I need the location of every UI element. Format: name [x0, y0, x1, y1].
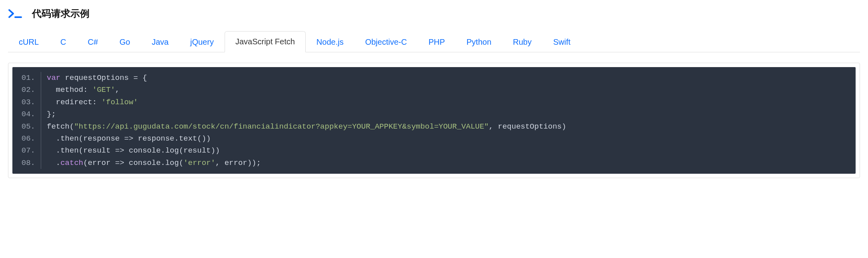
line-content: .then(response => response.text()): [47, 133, 211, 145]
code-line: 04.};: [12, 108, 856, 120]
code-line: 06. .then(response => response.text()): [12, 133, 856, 145]
tab-node-js[interactable]: Node.js: [306, 32, 354, 52]
tab-java[interactable]: Java: [141, 32, 179, 52]
code-token: "https://api.gugudata.com/stock/cn/finan…: [74, 122, 489, 131]
tab-javascript-fetch[interactable]: JavaScript Fetch: [225, 31, 306, 52]
tab-ruby[interactable]: Ruby: [502, 32, 543, 52]
code-token: 'GET': [92, 85, 115, 94]
code-block: 01.var requestOptions = {02. method: 'GE…: [12, 67, 856, 174]
line-number: 03.: [12, 96, 41, 108]
code-token: ,: [115, 85, 119, 94]
line-content: .then(result => console.log(result)): [47, 145, 220, 157]
section-header: 代码请求示例: [8, 7, 860, 20]
code-token: .then(result => console.log(result)): [47, 146, 220, 155]
line-number: 04.: [12, 108, 41, 120]
code-token: var: [47, 73, 60, 82]
code-panel: 01.var requestOptions = {02. method: 'GE…: [8, 63, 860, 178]
line-content: fetch("https://api.gugudata.com/stock/cn…: [47, 121, 566, 133]
line-number: 02.: [12, 84, 41, 96]
tab-jquery[interactable]: jQuery: [179, 32, 225, 52]
code-token: , error));: [215, 159, 261, 167]
tab-php[interactable]: PHP: [418, 32, 456, 52]
code-token: .then(response => response.text()): [47, 134, 211, 143]
line-number: 08.: [12, 157, 41, 169]
language-tabs: cURLCC#GoJavajQueryJavaScript FetchNode.…: [8, 31, 860, 52]
line-content: .catch(error => console.log('error', err…: [47, 157, 261, 169]
code-token: 'error': [183, 159, 215, 167]
line-content: };: [47, 108, 56, 120]
code-line: 07. .then(result => console.log(result)): [12, 145, 856, 157]
terminal-icon: [8, 8, 22, 19]
tab-python[interactable]: Python: [456, 32, 502, 52]
tab-swift[interactable]: Swift: [542, 32, 581, 52]
code-token: };: [47, 110, 56, 119]
line-number: 06.: [12, 133, 41, 145]
code-token: 'follow': [102, 98, 138, 107]
code-line: 03. redirect: 'follow': [12, 96, 856, 108]
tab-curl[interactable]: cURL: [8, 32, 50, 52]
line-number: 01.: [12, 72, 41, 84]
tab-objective-c[interactable]: Objective-C: [354, 32, 418, 52]
tab-c[interactable]: C: [50, 32, 77, 52]
line-number: 05.: [12, 121, 41, 133]
code-token: (error => console.log(: [83, 159, 183, 167]
code-line: 08. .catch(error => console.log('error',…: [12, 157, 856, 169]
line-content: method: 'GET',: [47, 84, 119, 96]
code-token: fetch(: [47, 122, 74, 131]
code-line: 02. method: 'GET',: [12, 84, 856, 96]
code-token: requestOptions = {: [60, 73, 147, 82]
code-line: 01.var requestOptions = {: [12, 72, 856, 84]
code-token: method:: [47, 85, 92, 94]
line-content: var requestOptions = {: [47, 72, 147, 84]
section-title: 代码请求示例: [32, 7, 90, 20]
code-token: catch: [60, 159, 83, 167]
tab-c-[interactable]: C#: [77, 32, 109, 52]
code-token: redirect:: [47, 98, 102, 107]
code-line: 05.fetch("https://api.gugudata.com/stock…: [12, 121, 856, 133]
code-token: .: [47, 159, 60, 167]
line-content: redirect: 'follow': [47, 96, 138, 108]
line-number: 07.: [12, 145, 41, 157]
code-token: , requestOptions): [489, 122, 566, 131]
tab-go[interactable]: Go: [109, 32, 141, 52]
